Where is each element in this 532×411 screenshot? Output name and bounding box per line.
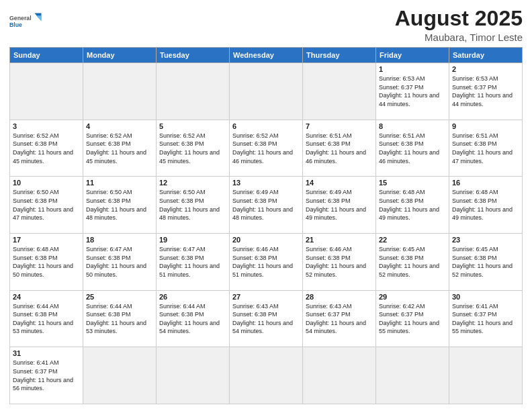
month-year: August 2025 xyxy=(395,7,523,30)
table-row: 22Sunrise: 6:45 AM Sunset: 6:38 PM Dayli… xyxy=(376,234,449,291)
col-tuesday: Tuesday xyxy=(157,48,230,63)
day-info: Sunrise: 6:52 AM Sunset: 6:38 PM Dayligh… xyxy=(232,132,300,165)
table-row: 25Sunrise: 6:44 AM Sunset: 6:38 PM Dayli… xyxy=(83,290,157,347)
day-info: Sunrise: 6:47 AM Sunset: 6:38 PM Dayligh… xyxy=(86,245,153,279)
day-number: 11 xyxy=(86,179,153,187)
day-info: Sunrise: 6:53 AM Sunset: 6:37 PM Dayligh… xyxy=(379,75,446,108)
col-saturday: Saturday xyxy=(449,48,523,63)
table-row xyxy=(376,347,449,404)
day-info: Sunrise: 6:41 AM Sunset: 6:37 PM Dayligh… xyxy=(452,302,519,336)
day-number: 1 xyxy=(379,65,446,73)
table-row xyxy=(230,347,303,404)
logo: General Blue xyxy=(9,7,43,36)
table-row xyxy=(83,347,157,404)
calendar-week-row: 10Sunrise: 6:50 AM Sunset: 6:38 PM Dayli… xyxy=(10,177,523,234)
calendar-table: Sunday Monday Tuesday Wednesday Thursday… xyxy=(9,47,523,404)
day-info: Sunrise: 6:50 AM Sunset: 6:38 PM Dayligh… xyxy=(159,188,226,222)
day-number: 31 xyxy=(13,349,80,357)
day-number: 30 xyxy=(452,293,519,301)
day-number: 7 xyxy=(306,122,373,130)
svg-text:Blue: Blue xyxy=(9,21,22,28)
table-row: 3Sunrise: 6:52 AM Sunset: 6:38 PM Daylig… xyxy=(10,120,83,177)
day-info: Sunrise: 6:53 AM Sunset: 6:37 PM Dayligh… xyxy=(452,75,519,108)
calendar-week-row: 1Sunrise: 6:53 AM Sunset: 6:37 PM Daylig… xyxy=(10,63,523,120)
day-info: Sunrise: 6:48 AM Sunset: 6:38 PM Dayligh… xyxy=(452,188,519,222)
table-row: 10Sunrise: 6:50 AM Sunset: 6:38 PM Dayli… xyxy=(10,177,83,234)
day-number: 5 xyxy=(159,122,226,130)
table-row: 21Sunrise: 6:46 AM Sunset: 6:38 PM Dayli… xyxy=(303,234,376,291)
day-number: 28 xyxy=(306,293,373,301)
table-row xyxy=(449,347,523,404)
table-row: 14Sunrise: 6:49 AM Sunset: 6:38 PM Dayli… xyxy=(303,177,376,234)
day-info: Sunrise: 6:52 AM Sunset: 6:38 PM Dayligh… xyxy=(86,132,153,165)
svg-text:General: General xyxy=(9,15,32,21)
table-row: 28Sunrise: 6:43 AM Sunset: 6:37 PM Dayli… xyxy=(303,290,376,347)
day-number: 12 xyxy=(159,179,226,187)
calendar-body: 1Sunrise: 6:53 AM Sunset: 6:37 PM Daylig… xyxy=(10,63,523,404)
day-number: 21 xyxy=(306,236,373,244)
col-friday: Friday xyxy=(376,48,449,63)
day-number: 18 xyxy=(86,236,153,244)
day-number: 27 xyxy=(232,293,300,301)
table-row: 11Sunrise: 6:50 AM Sunset: 6:38 PM Dayli… xyxy=(83,177,157,234)
day-number: 14 xyxy=(306,179,373,187)
col-thursday: Thursday xyxy=(303,48,376,63)
table-row: 1Sunrise: 6:53 AM Sunset: 6:37 PM Daylig… xyxy=(376,63,449,120)
day-number: 4 xyxy=(86,122,153,130)
table-row xyxy=(303,347,376,404)
day-number: 20 xyxy=(232,236,300,244)
table-row: 31Sunrise: 6:41 AM Sunset: 6:37 PM Dayli… xyxy=(10,347,83,404)
table-row: 2Sunrise: 6:53 AM Sunset: 6:37 PM Daylig… xyxy=(449,63,523,120)
day-number: 9 xyxy=(452,122,519,130)
day-info: Sunrise: 6:44 AM Sunset: 6:38 PM Dayligh… xyxy=(86,302,153,336)
header: General Blue August 2025 Maubara, Timor … xyxy=(9,7,523,43)
day-info: Sunrise: 6:50 AM Sunset: 6:38 PM Dayligh… xyxy=(86,188,153,222)
table-row xyxy=(230,63,303,120)
day-number: 8 xyxy=(379,122,446,130)
day-info: Sunrise: 6:49 AM Sunset: 6:38 PM Dayligh… xyxy=(306,188,373,222)
col-sunday: Sunday xyxy=(10,48,83,63)
table-row: 5Sunrise: 6:52 AM Sunset: 6:38 PM Daylig… xyxy=(157,120,230,177)
day-info: Sunrise: 6:48 AM Sunset: 6:38 PM Dayligh… xyxy=(13,245,80,279)
col-monday: Monday xyxy=(83,48,157,63)
day-info: Sunrise: 6:43 AM Sunset: 6:37 PM Dayligh… xyxy=(306,302,373,336)
day-info: Sunrise: 6:41 AM Sunset: 6:37 PM Dayligh… xyxy=(13,359,80,392)
day-number: 23 xyxy=(452,236,519,244)
day-number: 2 xyxy=(452,65,519,73)
table-row xyxy=(83,63,157,120)
calendar-header-row: Sunday Monday Tuesday Wednesday Thursday… xyxy=(10,48,523,63)
table-row: 4Sunrise: 6:52 AM Sunset: 6:38 PM Daylig… xyxy=(83,120,157,177)
generalblue-logo-icon: General Blue xyxy=(9,7,43,36)
table-row: 24Sunrise: 6:44 AM Sunset: 6:38 PM Dayli… xyxy=(10,290,83,347)
day-info: Sunrise: 6:45 AM Sunset: 6:38 PM Dayligh… xyxy=(379,245,446,279)
day-info: Sunrise: 6:51 AM Sunset: 6:38 PM Dayligh… xyxy=(379,132,446,165)
day-number: 6 xyxy=(232,122,300,130)
day-number: 10 xyxy=(13,179,80,187)
calendar-week-row: 31Sunrise: 6:41 AM Sunset: 6:37 PM Dayli… xyxy=(10,347,523,404)
table-row: 12Sunrise: 6:50 AM Sunset: 6:38 PM Dayli… xyxy=(157,177,230,234)
day-info: Sunrise: 6:47 AM Sunset: 6:38 PM Dayligh… xyxy=(159,245,226,279)
day-info: Sunrise: 6:46 AM Sunset: 6:38 PM Dayligh… xyxy=(306,245,373,279)
day-info: Sunrise: 6:42 AM Sunset: 6:37 PM Dayligh… xyxy=(379,302,446,336)
table-row xyxy=(157,63,230,120)
calendar-week-row: 3Sunrise: 6:52 AM Sunset: 6:38 PM Daylig… xyxy=(10,120,523,177)
day-info: Sunrise: 6:52 AM Sunset: 6:38 PM Dayligh… xyxy=(159,132,226,165)
day-number: 19 xyxy=(159,236,226,244)
day-number: 17 xyxy=(13,236,80,244)
location: Maubara, Timor Leste xyxy=(395,32,523,43)
col-wednesday: Wednesday xyxy=(230,48,303,63)
day-number: 25 xyxy=(86,293,153,301)
day-number: 24 xyxy=(13,293,80,301)
day-info: Sunrise: 6:44 AM Sunset: 6:38 PM Dayligh… xyxy=(13,302,80,336)
table-row: 15Sunrise: 6:48 AM Sunset: 6:38 PM Dayli… xyxy=(376,177,449,234)
table-row xyxy=(10,63,83,120)
table-row: 8Sunrise: 6:51 AM Sunset: 6:38 PM Daylig… xyxy=(376,120,449,177)
table-row: 30Sunrise: 6:41 AM Sunset: 6:37 PM Dayli… xyxy=(449,290,523,347)
table-row: 7Sunrise: 6:51 AM Sunset: 6:38 PM Daylig… xyxy=(303,120,376,177)
day-info: Sunrise: 6:52 AM Sunset: 6:38 PM Dayligh… xyxy=(13,132,80,165)
table-row: 19Sunrise: 6:47 AM Sunset: 6:38 PM Dayli… xyxy=(157,234,230,291)
table-row: 29Sunrise: 6:42 AM Sunset: 6:37 PM Dayli… xyxy=(376,290,449,347)
table-row: 13Sunrise: 6:49 AM Sunset: 6:38 PM Dayli… xyxy=(230,177,303,234)
day-number: 13 xyxy=(232,179,300,187)
day-info: Sunrise: 6:51 AM Sunset: 6:38 PM Dayligh… xyxy=(452,132,519,165)
